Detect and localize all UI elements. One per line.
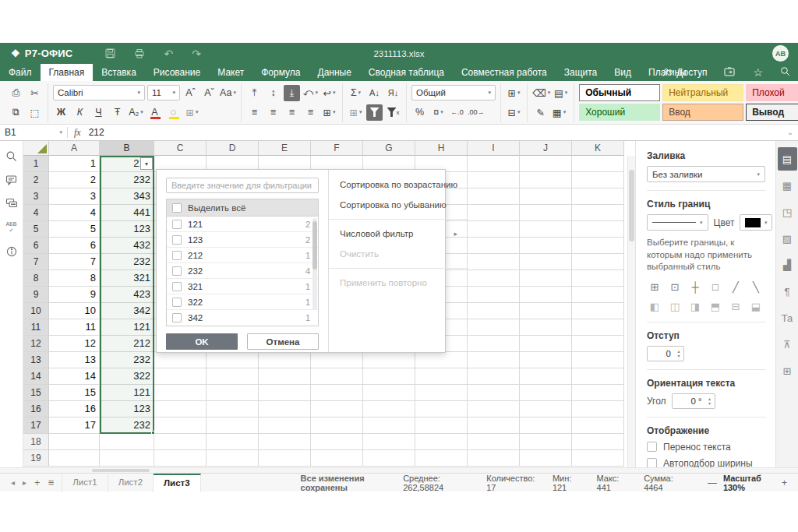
horizontal-scrollbar[interactable]	[0, 467, 798, 473]
menu-tab[interactable]: Вид	[606, 64, 640, 81]
cell-col-a[interactable]: 17	[49, 417, 100, 434]
autosum-button[interactable]: Σ	[348, 85, 364, 101]
cell[interactable]	[572, 319, 624, 336]
select-all-checkbox[interactable]	[172, 203, 182, 213]
shape-settings-icon[interactable]: ◳	[778, 200, 797, 224]
cell[interactable]	[520, 319, 572, 336]
cell[interactable]	[468, 319, 520, 336]
cell[interactable]	[363, 417, 415, 434]
cell[interactable]	[572, 221, 624, 238]
column-header[interactable]: K	[572, 141, 624, 156]
cell[interactable]	[154, 385, 207, 401]
cell-col-b[interactable]: 343	[100, 188, 154, 205]
cell[interactable]	[520, 287, 572, 303]
cell[interactable]	[207, 385, 259, 401]
favorite-icon[interactable]: ☆	[753, 67, 763, 78]
sort-ascending-button[interactable]: А↓	[366, 85, 383, 101]
cell-col-a[interactable]: 7	[49, 254, 100, 270]
comments-icon[interactable]	[5, 174, 17, 185]
cut-icon[interactable]: ✂	[26, 85, 43, 101]
sheet-tab[interactable]: Лист3	[154, 474, 201, 492]
search-icon[interactable]	[780, 66, 790, 79]
cell-col-b[interactable]: 342	[100, 303, 154, 319]
menu-tab[interactable]: Совместная работа	[453, 64, 556, 81]
border-line-select[interactable]	[647, 214, 708, 231]
cell-style-chip[interactable]: Ввод	[662, 104, 743, 121]
row-header[interactable]: 12	[23, 336, 49, 352]
column-header[interactable]: J	[520, 141, 572, 156]
cell[interactable]	[572, 401, 624, 417]
slicer-settings-icon[interactable]: ⊼	[778, 333, 797, 356]
cell[interactable]	[259, 352, 311, 368]
cell[interactable]	[572, 156, 624, 172]
menu-tab[interactable]: Файл	[0, 64, 41, 81]
cell[interactable]	[520, 336, 572, 352]
about-icon[interactable]	[6, 246, 17, 257]
row-header[interactable]: 6	[23, 238, 49, 254]
cell[interactable]	[468, 368, 520, 385]
cell[interactable]	[468, 254, 520, 270]
row-header[interactable]: 5	[23, 221, 49, 238]
cell[interactable]	[572, 434, 624, 450]
cell[interactable]	[520, 221, 572, 238]
cell[interactable]	[520, 450, 572, 467]
spellcheck-icon[interactable]: АБВ✓	[6, 221, 17, 234]
cell-col-a[interactable]: 8	[49, 270, 100, 287]
sort-descending-menu-item[interactable]: Сортировка по убыванию	[329, 195, 468, 215]
format-as-table-button[interactable]: ▦	[551, 104, 567, 121]
align-top-button[interactable]: ⤒	[246, 85, 263, 101]
cell-col-a[interactable]: 11	[49, 319, 100, 336]
cell[interactable]	[468, 188, 520, 205]
align-left-button[interactable]: ≡	[246, 104, 263, 121]
cell-col-a[interactable]: 3	[49, 188, 100, 205]
cell[interactable]	[207, 450, 259, 467]
row-header[interactable]: 16	[23, 401, 49, 417]
cell[interactable]	[207, 417, 259, 434]
cell[interactable]	[468, 303, 520, 319]
chart-settings-icon[interactable]: ▟	[778, 253, 797, 277]
strikethrough-button[interactable]: Ŧ	[109, 104, 125, 121]
align-middle-button[interactable]: ↕	[265, 85, 281, 101]
format-painter-button[interactable]: ✎	[532, 104, 549, 121]
cell[interactable]	[572, 270, 624, 287]
delete-cells-button[interactable]: ⊟	[506, 104, 522, 121]
cell-col-a[interactable]: 9	[49, 287, 100, 303]
cell-col-b[interactable]: 212	[100, 336, 154, 352]
cell-col-b[interactable]: 121	[100, 319, 154, 336]
print-icon[interactable]	[134, 48, 145, 58]
select-all-icon[interactable]: ⬚	[26, 104, 43, 121]
undo-icon[interactable]: ↶	[164, 48, 173, 59]
cell[interactable]	[154, 368, 207, 385]
filter-value-checkbox[interactable]	[172, 282, 182, 291]
column-header[interactable]: D	[207, 141, 259, 156]
filter-value-checkbox[interactable]	[172, 266, 182, 276]
cell[interactable]	[468, 172, 520, 188]
cell[interactable]	[207, 352, 259, 368]
cell-col-a[interactable]: 4	[49, 205, 100, 221]
subscript-button[interactable]: A₂	[128, 104, 144, 121]
cell[interactable]	[572, 368, 624, 385]
cell-col-a[interactable]: 1	[49, 156, 100, 172]
cell[interactable]	[520, 417, 572, 434]
cell-col-b[interactable]: 423	[100, 287, 154, 303]
cell-col-b[interactable]: 432	[100, 238, 154, 254]
column-header[interactable]: H	[415, 141, 468, 156]
cell[interactable]	[311, 401, 363, 417]
cancel-button[interactable]: Отмена	[247, 333, 319, 350]
border-all-icon[interactable]: ⊞	[647, 280, 662, 294]
border-diag-up-icon[interactable]: ╱	[728, 280, 743, 294]
cell-col-a[interactable]: 6	[49, 238, 100, 254]
cell[interactable]	[311, 417, 363, 434]
cell[interactable]	[259, 385, 311, 401]
horizontal-scroll-thumb[interactable]	[92, 469, 150, 472]
filter-value-row[interactable]: 342 1	[167, 310, 318, 326]
cell[interactable]	[311, 434, 363, 450]
save-icon[interactable]	[105, 48, 115, 58]
change-case-icon[interactable]: Aa	[220, 85, 236, 101]
cell-col-a[interactable]	[49, 434, 100, 450]
cell[interactable]	[468, 434, 520, 450]
filter-value-row[interactable]: 123 2	[167, 232, 318, 248]
sheet-list-icon[interactable]: ≡	[48, 477, 55, 488]
cell-style-chip[interactable]: Плохой	[746, 84, 798, 101]
stepper-arrows-icon[interactable]: ▴▾	[705, 396, 715, 406]
